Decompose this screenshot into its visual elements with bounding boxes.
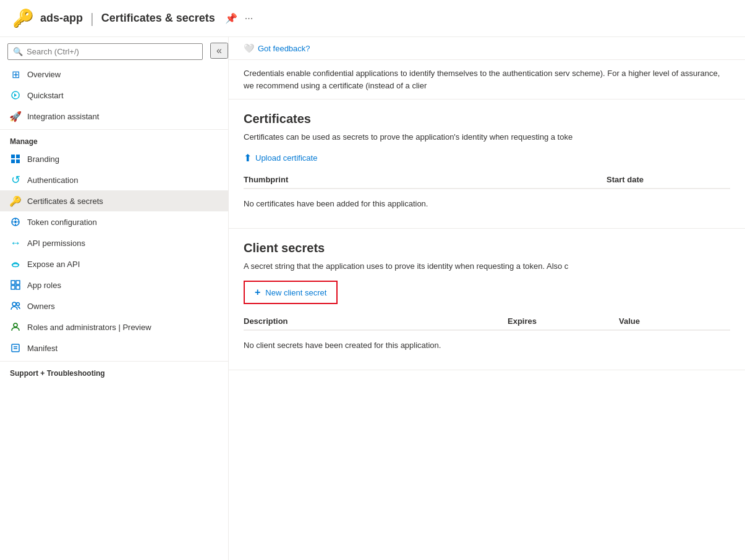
client-secrets-section: Client secrets A secret string that the … bbox=[229, 229, 745, 371]
svg-rect-14 bbox=[16, 286, 20, 289]
sidebar-item-quickstart[interactable]: Quickstart bbox=[0, 85, 228, 106]
sidebar-item-overview[interactable]: ⊞ Overview bbox=[0, 64, 228, 85]
sidebar-item-expose-label: Expose an API bbox=[27, 260, 80, 269]
manage-section-header: Manage bbox=[0, 129, 228, 148]
svg-point-16 bbox=[17, 303, 20, 306]
sidebar-item-manifest[interactable]: Manifest bbox=[0, 337, 228, 358]
sidebar-item-branding-label: Branding bbox=[27, 155, 59, 164]
overview-icon: ⊞ bbox=[10, 69, 21, 80]
authentication-icon: ↺ bbox=[10, 174, 21, 185]
sidebar-item-api-label: API permissions bbox=[27, 239, 85, 248]
sidebar-item-owners-label: Owners bbox=[27, 302, 55, 311]
certificates-title: Certificates bbox=[244, 112, 730, 126]
intro-description: Credentials enable confidential applicat… bbox=[229, 60, 745, 100]
svg-rect-12 bbox=[16, 281, 20, 284]
owners-icon bbox=[10, 300, 21, 312]
main-content: 🤍 Got feedback? Credentials enable confi… bbox=[229, 37, 745, 560]
upload-certificate-button[interactable]: ⬆ Upload certificate bbox=[244, 152, 317, 164]
svg-rect-0 bbox=[11, 155, 15, 158]
feedback-label: Got feedback? bbox=[258, 44, 310, 53]
branding-icon bbox=[10, 153, 21, 164]
main-layout: 🔍 « ⊞ Overview Quickstart 🚀 Integration … bbox=[0, 37, 745, 560]
svg-point-17 bbox=[14, 323, 17, 327]
sidebar-item-roles-label: Roles and administrators | Preview bbox=[27, 323, 151, 332]
sidebar-item-branding[interactable]: Branding bbox=[0, 148, 228, 169]
sidebar: 🔍 « ⊞ Overview Quickstart 🚀 Integration … bbox=[0, 37, 229, 560]
svg-rect-11 bbox=[11, 281, 15, 284]
svg-rect-18 bbox=[12, 344, 19, 352]
svg-point-15 bbox=[12, 302, 16, 306]
certificates-desc: Certificates can be used as secrets to p… bbox=[244, 131, 730, 143]
plus-icon: + bbox=[255, 287, 260, 298]
sidebar-item-owners[interactable]: Owners bbox=[0, 295, 228, 316]
upload-icon: ⬆ bbox=[244, 152, 252, 164]
expires-column-header: Expires bbox=[508, 316, 619, 326]
quickstart-icon bbox=[10, 90, 21, 101]
sidebar-item-authentication-label: Authentication bbox=[27, 176, 78, 185]
client-secrets-title: Client secrets bbox=[244, 241, 730, 255]
sidebar-item-quickstart-label: Quickstart bbox=[27, 91, 64, 100]
search-input[interactable] bbox=[27, 47, 197, 56]
more-options-icon[interactable]: ··· bbox=[245, 13, 253, 24]
sidebar-item-authentication[interactable]: ↺ Authentication bbox=[0, 169, 228, 190]
sidebar-item-integration[interactable]: 🚀 Integration assistant bbox=[0, 106, 228, 127]
client-secrets-desc: A secret string that the application use… bbox=[244, 260, 730, 273]
sidebar-item-api[interactable]: ↔ API permissions bbox=[0, 232, 228, 253]
sidebar-item-integration-label: Integration assistant bbox=[27, 112, 99, 121]
collapse-button[interactable]: « bbox=[210, 43, 228, 59]
api-icon: ↔ bbox=[10, 237, 21, 248]
sidebar-item-approles-label: App roles bbox=[27, 281, 61, 290]
sidebar-item-approles[interactable]: App roles bbox=[0, 274, 228, 295]
svg-rect-1 bbox=[16, 155, 20, 158]
description-column-header: Description bbox=[244, 316, 508, 326]
page-title: Certificates & secrets bbox=[101, 12, 215, 25]
top-bar: 🔑 ads-app | Certificates & secrets 📌 ··· bbox=[0, 0, 745, 37]
new-secret-label: New client secret bbox=[265, 288, 326, 297]
no-secrets-text: No client secrets have been created for … bbox=[244, 333, 730, 357]
app-icon: 🔑 bbox=[12, 8, 34, 28]
certificates-section: Certificates Certificates can be used as… bbox=[229, 100, 745, 229]
thumbprint-column-header: Thumbprint bbox=[244, 175, 607, 184]
pin-icon[interactable]: 📌 bbox=[225, 12, 237, 24]
sidebar-item-token[interactable]: Token configuration bbox=[0, 211, 228, 232]
sidebar-item-certificates[interactable]: 🔑 Certificates & secrets bbox=[0, 190, 228, 211]
svg-rect-3 bbox=[16, 159, 20, 163]
approles-icon bbox=[10, 279, 21, 291]
no-certificates-text: No certificates have been added for this… bbox=[244, 192, 730, 216]
sidebar-item-overview-label: Overview bbox=[27, 70, 61, 79]
svg-point-10 bbox=[12, 264, 19, 267]
manifest-icon bbox=[10, 342, 21, 354]
integration-icon: 🚀 bbox=[10, 111, 21, 122]
sidebar-item-manifest-label: Manifest bbox=[27, 344, 57, 353]
search-icon: 🔍 bbox=[13, 47, 23, 56]
sidebar-item-token-label: Token configuration bbox=[27, 218, 97, 227]
secrets-table-header: Description Expires Value bbox=[244, 313, 730, 331]
svg-rect-2 bbox=[11, 159, 15, 163]
svg-point-5 bbox=[14, 221, 17, 223]
sidebar-item-certificates-label: Certificates & secrets bbox=[27, 197, 103, 206]
upload-label: Upload certificate bbox=[255, 153, 317, 163]
app-name: ads-app bbox=[40, 12, 83, 25]
title-separator: | bbox=[90, 11, 94, 27]
support-section-header: Support + Troubleshooting bbox=[0, 361, 228, 380]
sidebar-item-expose[interactable]: Expose an API bbox=[0, 253, 228, 274]
roles-icon bbox=[10, 321, 21, 333]
feedback-bar[interactable]: 🤍 Got feedback? bbox=[229, 37, 745, 60]
certificates-table-header: Thumbprint Start date bbox=[244, 171, 730, 189]
top-bar-actions: 📌 ··· bbox=[225, 12, 253, 24]
new-client-secret-button[interactable]: + New client secret bbox=[244, 281, 338, 304]
startdate-column-header: Start date bbox=[607, 175, 730, 184]
certificates-icon: 🔑 bbox=[10, 195, 21, 206]
expose-icon bbox=[10, 258, 21, 269]
value-column-header: Value bbox=[619, 316, 730, 326]
token-icon bbox=[10, 216, 21, 227]
heart-icon: 🤍 bbox=[244, 43, 254, 53]
search-bar[interactable]: 🔍 bbox=[7, 43, 203, 60]
sidebar-item-roles[interactable]: Roles and administrators | Preview bbox=[0, 316, 228, 337]
svg-rect-13 bbox=[11, 286, 15, 289]
